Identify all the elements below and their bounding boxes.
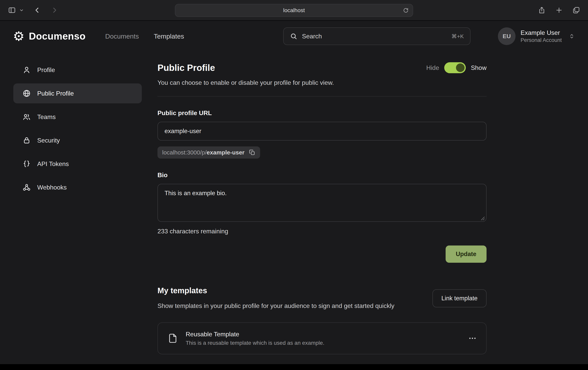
sidebar-item-profile[interactable]: Profile (13, 60, 142, 80)
characters-remaining: 233 characters remaining (158, 228, 486, 235)
brand[interactable]: ⚙ Documenso (13, 30, 86, 43)
user-info: Example User Personal Account (521, 29, 562, 43)
browser-nav-controls (7, 5, 59, 15)
documenso-logo-icon: ⚙ (13, 30, 24, 43)
share-icon (538, 6, 546, 14)
chevron-right-icon (51, 6, 58, 14)
new-tab-button[interactable] (554, 5, 564, 15)
copy-icon (249, 149, 255, 156)
url-slug: example-user (207, 149, 244, 156)
chevrons-up-down-icon (568, 33, 575, 40)
avatar: EU (498, 27, 515, 45)
back-button[interactable] (32, 5, 42, 15)
url-field-label: Public profile URL (158, 109, 486, 117)
browser-window-controls (537, 5, 581, 15)
nav-templates[interactable]: Templates (154, 32, 184, 40)
show-label: Show (471, 64, 486, 72)
page-subtitle: You can choose to enable or disable your… (158, 79, 486, 86)
sidebar-item-api-tokens[interactable]: API Tokens (13, 154, 142, 174)
section-divider (158, 96, 486, 96)
my-templates-section: My templates Show templates in your publ… (158, 286, 486, 354)
bio-textarea[interactable]: This is an example bio. (158, 184, 486, 222)
search-input[interactable]: Search ⌘+K (283, 27, 471, 45)
templates-subtitle: Show templates in your public profile fo… (158, 301, 394, 311)
switch-knob (456, 63, 465, 72)
profile-url-input[interactable] (158, 122, 486, 141)
chevron-down-icon (19, 8, 24, 12)
search-icon (290, 32, 297, 40)
profile-visibility-switch[interactable] (444, 62, 466, 73)
visibility-toggle-group: Hide Show (426, 62, 486, 73)
url-prefix: localhost:3000/p/ (162, 149, 207, 156)
app-header: ⚙ Documenso Documents Templates Search ⌘… (0, 21, 588, 52)
user-account-type: Personal Account (521, 37, 562, 43)
webhook-icon (22, 183, 31, 192)
template-info: Reusable Template This is a reusable tem… (186, 331, 324, 346)
sidebar-item-teams[interactable]: Teams (13, 107, 142, 127)
resize-handle-icon[interactable] (480, 216, 485, 221)
copy-url-button[interactable] (249, 149, 255, 156)
browser-toolbar: localhost (0, 0, 588, 21)
sidebar-item-webhooks[interactable]: Webhooks (13, 177, 142, 197)
ellipsis-icon (468, 334, 477, 343)
top-nav: Documents Templates (105, 32, 184, 40)
settings-sidebar: Profile Public Profile Teams Security AP… (13, 60, 142, 201)
search-placeholder: Search (302, 33, 322, 40)
profile-url-text: localhost:3000/p/example-user (162, 149, 244, 156)
user-icon (22, 66, 31, 74)
chevron-left-icon (33, 6, 41, 14)
template-name: Reusable Template (186, 331, 324, 338)
sidebar-item-label: Teams (37, 113, 56, 121)
sidebar-panel-icon (8, 6, 16, 14)
sidebar-item-public-profile[interactable]: Public Profile (13, 83, 142, 103)
sidebar-item-label: Profile (37, 66, 55, 74)
tabs-icon (572, 6, 580, 14)
settings-layout: Profile Public Profile Teams Security AP… (0, 52, 588, 354)
update-button[interactable]: Update (446, 246, 486, 263)
template-description: This is a reusable template which is use… (186, 340, 324, 346)
toolbar-chevron-button[interactable] (18, 7, 25, 13)
window-bottom-strip (0, 364, 588, 370)
reload-icon (403, 7, 409, 13)
profile-url-preview: localhost:3000/p/example-user (158, 146, 260, 159)
globe-icon (22, 89, 31, 98)
bio-field-label: Bio (158, 172, 486, 179)
plus-icon (555, 6, 563, 14)
sidebar-item-label: Public Profile (37, 90, 74, 97)
reload-button[interactable] (403, 7, 409, 13)
nav-documents[interactable]: Documents (105, 32, 139, 40)
forward-button[interactable] (50, 5, 59, 15)
sidebar-item-label: API Tokens (37, 160, 69, 168)
address-bar[interactable]: localhost (175, 4, 413, 17)
tab-overview-button[interactable] (572, 5, 581, 15)
sidebar-panel-button[interactable] (7, 5, 17, 15)
braces-icon (22, 160, 31, 168)
address-bar-url: localhost (283, 7, 305, 13)
page-title: Public Profile (158, 62, 215, 73)
user-menu[interactable]: EU Example User Personal Account (498, 27, 575, 45)
sidebar-item-security[interactable]: Security (13, 130, 142, 150)
sidebar-item-label: Security (37, 137, 60, 144)
file-icon (167, 333, 178, 344)
hide-label: Hide (426, 64, 439, 72)
template-menu-button[interactable] (468, 334, 477, 343)
share-button[interactable] (537, 5, 546, 15)
sidebar-item-label: Webhooks (37, 184, 67, 191)
templates-heading-block: My templates Show templates in your publ… (158, 286, 394, 311)
bio-textarea-wrap: This is an example bio. (158, 184, 486, 223)
search-shortcut: ⌘+K (452, 33, 464, 40)
templates-title: My templates (158, 286, 394, 295)
user-name: Example User (521, 29, 562, 36)
users-icon (22, 113, 31, 121)
brand-name: Documenso (29, 31, 86, 42)
template-card: Reusable Template This is a reusable tem… (158, 322, 486, 354)
lock-icon (22, 136, 31, 145)
link-template-button[interactable]: Link template (432, 289, 486, 307)
public-profile-panel: Public Profile Hide Show You can choose … (158, 62, 486, 354)
